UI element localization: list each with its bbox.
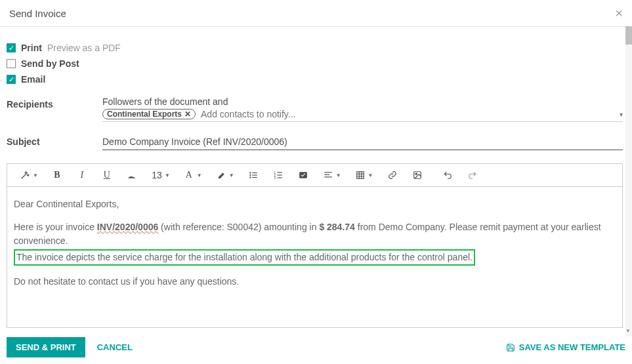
- scrollbar-thumb[interactable]: [625, 26, 632, 45]
- recipient-tag: Continental Exports ✕: [102, 109, 196, 119]
- save-template-button[interactable]: SAVE AS NEW TEMPLATE: [506, 342, 625, 352]
- unordered-list-icon[interactable]: [247, 168, 259, 182]
- recipient-tag-label: Continental Exports: [107, 110, 182, 119]
- checklist-icon[interactable]: [297, 168, 309, 182]
- body-highlighted: The invoice depicts the service charge f…: [14, 249, 475, 266]
- recipients-input[interactable]: [200, 108, 620, 120]
- email-checkbox[interactable]: ✓: [7, 75, 16, 84]
- body-main-line: Here is your invoice INV/2020/0006 (with…: [14, 220, 616, 248]
- email-label: Email: [21, 74, 45, 85]
- chevron-down-icon[interactable]: ▼: [368, 172, 373, 178]
- recipient-tag-remove-icon[interactable]: ✕: [184, 110, 191, 119]
- link-icon[interactable]: [387, 168, 398, 182]
- send-invoice-modal: Send Invoice × ✓ Print Preview as a PDF …: [0, 0, 632, 364]
- remove-format-icon[interactable]: [126, 168, 138, 182]
- subject-input[interactable]: [102, 134, 623, 150]
- svg-point-18: [415, 173, 417, 174]
- footer-left: SEND & PRINT CANCEL: [7, 337, 133, 357]
- body-highlighted-wrap: The invoice depicts the service charge f…: [14, 251, 616, 266]
- svg-rect-5: [252, 177, 257, 178]
- print-label: Print: [21, 43, 42, 53]
- editor-body[interactable]: Dear Continental Exports, Here is your i…: [7, 187, 622, 327]
- ordered-list-icon[interactable]: 123: [272, 168, 284, 182]
- highlight-icon[interactable]: [215, 168, 227, 182]
- subject-label: Subject: [7, 134, 102, 150]
- editor-toolbar: ▼ B I U 13 ▼: [7, 164, 622, 187]
- svg-rect-9: [277, 174, 282, 175]
- magic-wand-icon[interactable]: [19, 168, 31, 182]
- svg-rect-1: [252, 172, 257, 173]
- option-email-row: ✓ Email: [7, 74, 623, 85]
- recipients-dropdown-icon[interactable]: ▾: [620, 111, 623, 118]
- body-closing: Do not hesitate to contact us if you hav…: [14, 275, 616, 289]
- chevron-down-icon[interactable]: ▼: [229, 172, 234, 178]
- font-size-button[interactable]: 13: [151, 168, 163, 182]
- cancel-button[interactable]: CANCEL: [97, 342, 133, 352]
- chevron-down-icon[interactable]: ▼: [336, 172, 341, 178]
- invoice-amount: $ 284.74: [319, 222, 355, 232]
- subject-row: Subject: [7, 134, 623, 150]
- save-icon: [506, 343, 515, 352]
- svg-rect-14: [324, 174, 329, 175]
- print-hint-link[interactable]: Preview as a PDF: [47, 43, 121, 53]
- underline-button[interactable]: U: [101, 168, 113, 182]
- svg-point-2: [249, 174, 251, 176]
- modal-title: Send Invoice: [9, 8, 66, 19]
- undo-icon[interactable]: [442, 168, 453, 182]
- modal-footer: SEND & PRINT CANCEL SAVE AS NEW TEMPLATE: [0, 331, 632, 364]
- image-icon[interactable]: [411, 168, 423, 182]
- chevron-down-icon[interactable]: ▼: [165, 172, 170, 178]
- post-label: Send by Post: [21, 58, 79, 69]
- recipients-label: Recipients: [7, 96, 102, 122]
- svg-rect-13: [324, 172, 332, 172]
- svg-rect-7: [277, 172, 282, 172]
- modal-body: ✓ Print Preview as a PDF Send by Post ✓ …: [0, 27, 629, 331]
- print-checkbox[interactable]: ✓: [7, 43, 16, 52]
- svg-rect-3: [252, 174, 257, 175]
- recipients-field: Followers of the document and Continenta…: [102, 96, 623, 122]
- post-checkbox[interactable]: [7, 59, 16, 68]
- svg-rect-15: [324, 176, 332, 177]
- bold-button[interactable]: B: [51, 168, 63, 182]
- send-print-button[interactable]: SEND & PRINT: [7, 337, 85, 357]
- close-icon[interactable]: ×: [615, 7, 623, 20]
- modal-header: Send Invoice ×: [0, 0, 632, 27]
- svg-text:3: 3: [274, 176, 276, 180]
- recipients-followers-text: Followers of the document and: [102, 96, 623, 107]
- option-print-row: ✓ Print Preview as a PDF: [7, 43, 623, 53]
- subject-field: [102, 134, 623, 150]
- option-post-row: Send by Post: [7, 58, 623, 69]
- body-greeting: Dear Continental Exports,: [14, 197, 616, 211]
- table-icon[interactable]: [354, 168, 366, 182]
- scrollbar-track[interactable]: [625, 26, 632, 336]
- align-icon[interactable]: [322, 168, 334, 182]
- chevron-down-icon[interactable]: ▼: [33, 172, 38, 178]
- recipients-input-line[interactable]: Continental Exports ✕ ▾: [102, 108, 623, 122]
- scrollbar-down-icon[interactable]: ▼: [625, 328, 631, 334]
- redo-icon[interactable]: [467, 168, 478, 182]
- invoice-ref: INV/2020/0006: [97, 222, 158, 232]
- chevron-down-icon[interactable]: ▼: [197, 172, 202, 178]
- svg-point-4: [249, 176, 251, 178]
- italic-button[interactable]: I: [76, 168, 88, 182]
- svg-rect-11: [277, 178, 282, 178]
- svg-point-0: [249, 172, 251, 173]
- svg-rect-16: [356, 172, 364, 179]
- editor: ▼ B I U 13 ▼: [7, 163, 623, 328]
- recipients-row: Recipients Followers of the document and…: [7, 96, 623, 122]
- font-color-icon[interactable]: A: [183, 168, 195, 182]
